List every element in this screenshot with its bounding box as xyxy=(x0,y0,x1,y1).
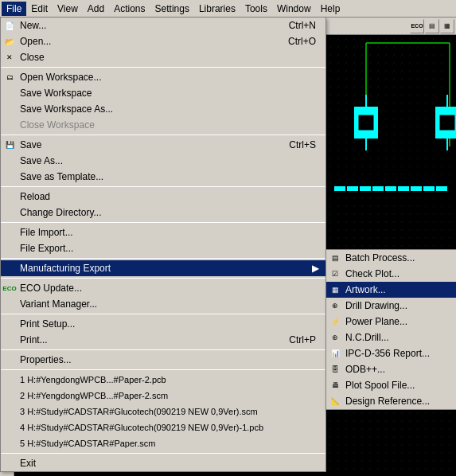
eco-update-icon: ECO xyxy=(2,281,17,295)
separator-8 xyxy=(1,349,325,350)
separator-2 xyxy=(1,135,325,135)
submenu-batch-process[interactable]: ▤ Batch Process... xyxy=(326,250,456,266)
submenu-plot-spool[interactable]: 🖶 Plot Spool File... xyxy=(326,377,456,393)
menu-item-recent-2[interactable]: 2 H:#YengdongWPCB...#Paper-2.scm xyxy=(1,388,325,404)
menu-item-reload[interactable]: Reload xyxy=(1,189,325,205)
check-plot-icon: ☑ xyxy=(328,267,342,281)
menu-properties-label: Properties... xyxy=(20,354,72,365)
menu-item-save-template[interactable]: Save as Template... xyxy=(1,169,325,185)
power-plane-icon: ⚡ xyxy=(328,314,342,329)
menu-recent-3-label: 3 H:#Study#CADSTAR#Glucotech(090219 NEW … xyxy=(20,407,258,416)
artwork-icon: ▦ xyxy=(328,283,342,297)
open-file-icon: 📂 xyxy=(2,34,17,49)
submenu-nc-label: N.C.Drill... xyxy=(345,332,389,343)
menu-libraries[interactable]: Libraries xyxy=(194,2,240,16)
svg-rect-14 xyxy=(439,115,455,131)
svg-rect-17 xyxy=(360,186,371,191)
menu-item-save-workspace-as[interactable]: Save Workspace As... xyxy=(1,101,325,117)
submenu-design-ref[interactable]: 📐 Design Reference... xyxy=(326,393,456,409)
svg-rect-20 xyxy=(398,186,409,191)
submenu-design-ref-label: Design Reference... xyxy=(345,396,430,407)
menu-exit-label: Exit xyxy=(20,458,36,469)
menu-item-recent-3[interactable]: 3 H:#Study#CADSTAR#Glucotech(090219 NEW … xyxy=(1,404,325,419)
menu-item-recent-5[interactable]: 5 H:#Study#CADSTAR#Paper.scm xyxy=(1,435,325,451)
menu-item-exit[interactable]: Exit xyxy=(1,455,325,471)
menu-item-print-setup[interactable]: Print Setup... xyxy=(1,316,325,332)
menu-edit[interactable]: Edit xyxy=(26,2,53,16)
menu-item-open-workspace[interactable]: 🗂 Open Workspace... xyxy=(1,69,325,85)
menu-variant-label: Variant Manager... xyxy=(20,298,97,310)
submenu-nc-drill[interactable]: ⊛ N.C.Drill... xyxy=(326,330,456,345)
file-dropdown-menu: 📄 New... Ctrl+N 📂 Open... Ctrl+O ✕ Close… xyxy=(0,18,326,472)
menu-view[interactable]: View xyxy=(53,2,83,16)
menu-file[interactable]: File xyxy=(2,2,26,16)
separator-5 xyxy=(1,258,325,259)
menu-item-eco-update[interactable]: ECO ECO Update... xyxy=(1,280,325,296)
separator-7 xyxy=(1,314,325,314)
submenu-plot-label: Plot Spool File... xyxy=(345,380,415,391)
menu-item-properties[interactable]: Properties... xyxy=(1,352,325,368)
menu-settings[interactable]: Settings xyxy=(150,2,194,16)
menu-item-new[interactable]: 📄 New... Ctrl+N xyxy=(1,18,325,33)
submenu-check-label: Check Plot... xyxy=(345,268,399,279)
menu-item-recent-4[interactable]: 4 H:#Study#CADSTAR#Glucotech(090219 NEW … xyxy=(1,419,325,435)
menu-save-shortcut: Ctrl+S xyxy=(289,139,322,150)
menu-item-change-dir[interactable]: Change Directory... xyxy=(1,205,325,220)
svg-rect-21 xyxy=(411,186,422,191)
menu-help[interactable]: Help xyxy=(316,2,345,16)
submenu-drill-drawing[interactable]: ⊕ Drill Drawing... xyxy=(326,298,456,314)
menu-open-shortcut: Ctrl+O xyxy=(288,36,322,47)
new-file-icon: 📄 xyxy=(2,18,17,33)
toolbar-extra1[interactable]: ▤ xyxy=(425,19,439,33)
menu-item-print[interactable]: Print... Ctrl+P xyxy=(1,332,325,348)
menu-window[interactable]: Window xyxy=(272,2,316,16)
toolbar-eco-area: ECO ▤ ▦ xyxy=(410,19,454,33)
menu-item-close[interactable]: ✕ Close xyxy=(1,49,325,65)
menu-save-template-label: Save as Template... xyxy=(20,171,103,182)
menu-item-save[interactable]: 💾 Save Ctrl+S xyxy=(1,137,325,153)
menu-recent-2-label: 2 H:#YengdongWPCB...#Paper-2.scm xyxy=(20,391,168,400)
menu-item-recent-1[interactable]: 1 H:#YengdongWPCB...#Paper-2.pcb xyxy=(1,372,325,388)
menu-file-import-label: File Import... xyxy=(20,227,73,238)
menu-add[interactable]: Add xyxy=(83,2,109,16)
batch-icon: ▤ xyxy=(328,251,342,265)
menu-item-manufacturing-export[interactable]: Manufacturing Export ▶ xyxy=(1,260,325,276)
svg-rect-16 xyxy=(347,186,358,191)
submenu-ipc[interactable]: 📊 IPC-D-356 Report... xyxy=(326,345,456,361)
submenu-odb[interactable]: 🗄 ODB++... xyxy=(326,361,456,377)
menu-item-close-workspace: Close Workspace xyxy=(1,117,325,133)
menu-item-file-export[interactable]: File Export... xyxy=(1,240,325,256)
menu-print-setup-label: Print Setup... xyxy=(20,318,75,330)
menu-item-save-as[interactable]: Save As... xyxy=(1,153,325,169)
menu-recent-5-label: 5 H:#Study#CADSTAR#Paper.scm xyxy=(20,439,155,448)
svg-rect-23 xyxy=(436,186,447,191)
svg-rect-10 xyxy=(358,115,374,131)
menu-item-variant-manager[interactable]: Variant Manager... xyxy=(1,296,325,312)
menu-new-shortcut: Ctrl+N xyxy=(289,20,322,31)
app-wrapper: File Edit View Add Actions Settings Libr… xyxy=(0,0,456,476)
menu-print-shortcut: Ctrl+P xyxy=(289,334,322,345)
menu-open-label: Open... xyxy=(20,36,51,47)
submenu-power-label: Power Plane... xyxy=(345,316,407,327)
menu-item-save-workspace[interactable]: Save Workspace xyxy=(1,85,325,101)
save-icon: 💾 xyxy=(2,138,17,152)
close-file-icon: ✕ xyxy=(2,50,17,64)
menu-actions[interactable]: Actions xyxy=(109,2,150,16)
submenu-power-plane[interactable]: ⚡ Power Plane... xyxy=(326,314,456,330)
manufacturing-submenu: ▤ Batch Process... ☑ Check Plot... ▦ Art… xyxy=(325,249,456,410)
eco-icon[interactable]: ECO xyxy=(410,19,424,33)
menu-item-open[interactable]: 📂 Open... Ctrl+O xyxy=(1,33,325,49)
toolbar-extra2[interactable]: ▦ xyxy=(440,19,454,33)
nc-drill-icon: ⊛ xyxy=(328,330,342,345)
menu-save-workspace-as-label: Save Workspace As... xyxy=(20,103,113,115)
separator-6 xyxy=(1,278,325,279)
submenu-check-plot[interactable]: ☑ Check Plot... xyxy=(326,266,456,282)
design-ref-icon: 📐 xyxy=(328,394,342,408)
separator-1 xyxy=(1,67,325,68)
menu-tools[interactable]: Tools xyxy=(240,2,272,16)
svg-rect-19 xyxy=(385,186,396,191)
menu-save-workspace-label: Save Workspace xyxy=(20,88,92,99)
menu-item-file-import[interactable]: File Import... xyxy=(1,224,325,240)
submenu-artwork[interactable]: ▦ Artwork... xyxy=(326,282,456,298)
separator-9 xyxy=(1,369,325,370)
